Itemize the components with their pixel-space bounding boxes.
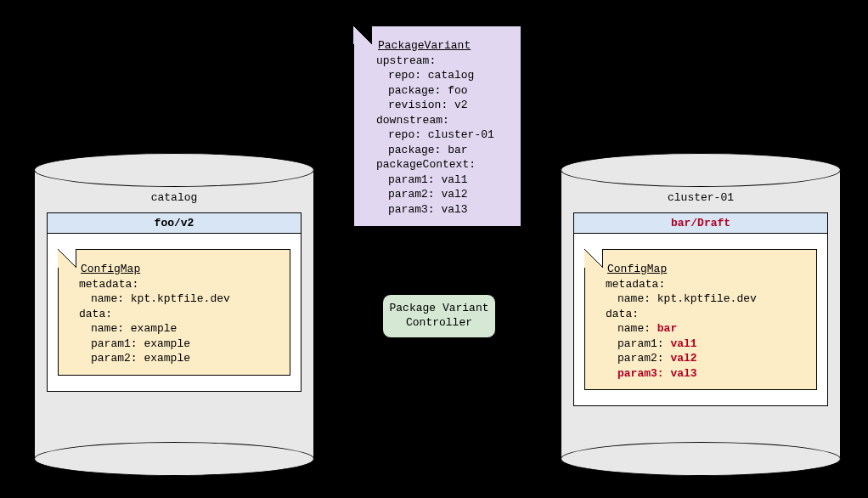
package-title: bar/Draft xyxy=(574,213,827,234)
package-card-bar: bar/Draft ConfigMap metadata: name: kpt.… xyxy=(573,212,828,406)
configmap-note: ConfigMap metadata: name: kpt.kptfile.de… xyxy=(584,249,817,390)
configmap-title: ConfigMap xyxy=(81,262,281,277)
svg-line-2 xyxy=(353,25,372,44)
pv-line: repo: cluster-01 xyxy=(388,127,512,143)
cm-text: param1: xyxy=(617,337,670,350)
cylinder-top xyxy=(34,153,314,187)
cm-line: name: kpt.kptfile.dev xyxy=(617,291,808,307)
cm-line: param1: val1 xyxy=(617,337,808,352)
cm-line: data: xyxy=(79,307,281,322)
cm-line: metadata: xyxy=(79,277,281,292)
cm-line: name: kpt.kptfile.dev xyxy=(91,291,281,307)
cm-line: param1: example xyxy=(91,337,281,352)
repo-label: cluster-01 xyxy=(561,191,841,204)
pv-line: param3: val3 xyxy=(388,202,512,218)
cm-text: param2: xyxy=(617,352,670,365)
cm-value: val1 xyxy=(670,337,696,350)
cylinder-top xyxy=(561,153,841,187)
pv-line: package: foo xyxy=(388,83,512,99)
cm-line: param3: val3 xyxy=(617,366,808,382)
svg-line-1 xyxy=(584,249,603,268)
cylinder-bottom xyxy=(34,442,314,476)
packagevariant-note: PackageVariant upstream: repo: catalog p… xyxy=(353,25,521,227)
cm-line: param2: example xyxy=(91,351,281,366)
cm-text: name: xyxy=(617,322,657,335)
package-body: ConfigMap metadata: name: kpt.kptfile.de… xyxy=(574,234,827,405)
package-title: foo/v2 xyxy=(48,213,301,234)
cm-line: param2: val2 xyxy=(617,351,808,366)
cm-line: name: bar xyxy=(617,321,808,337)
package-card-foo: foo/v2 ConfigMap metadata: name: kpt.kpt… xyxy=(47,212,302,392)
controller-line: Controller xyxy=(386,316,492,331)
repo-cylinder-cluster01: cluster-01 bar/Draft ConfigMap metadata:… xyxy=(561,153,841,476)
cm-value: bar xyxy=(657,322,677,335)
cm-value: val2 xyxy=(670,352,696,365)
cylinder-bottom xyxy=(561,442,841,476)
pv-line: downstream: xyxy=(376,113,512,128)
pv-line: upstream: xyxy=(376,54,512,69)
pv-line: repo: catalog xyxy=(388,68,512,83)
pv-line: package: bar xyxy=(388,143,512,158)
pv-line: param1: val1 xyxy=(388,173,512,188)
pv-line: packageContext: xyxy=(376,157,512,173)
package-body: ConfigMap metadata: name: kpt.kptfile.de… xyxy=(48,234,301,391)
cm-line: metadata: xyxy=(606,277,808,292)
repo-label: catalog xyxy=(34,191,314,204)
controller-box: Package Variant Controller xyxy=(382,294,496,338)
cm-line: name: example xyxy=(91,321,281,337)
configmap-note: ConfigMap metadata: name: kpt.kptfile.de… xyxy=(58,249,290,376)
pv-line: param2: val2 xyxy=(388,187,512,202)
cm-line: data: xyxy=(606,307,808,322)
svg-line-0 xyxy=(58,249,76,268)
repo-cylinder-catalog: catalog foo/v2 ConfigMap metadata: name:… xyxy=(34,153,314,476)
pv-title: PackageVariant xyxy=(378,38,512,54)
pv-line: revision: v2 xyxy=(388,98,512,113)
controller-line: Package Variant xyxy=(386,302,492,316)
configmap-title: ConfigMap xyxy=(607,262,808,277)
